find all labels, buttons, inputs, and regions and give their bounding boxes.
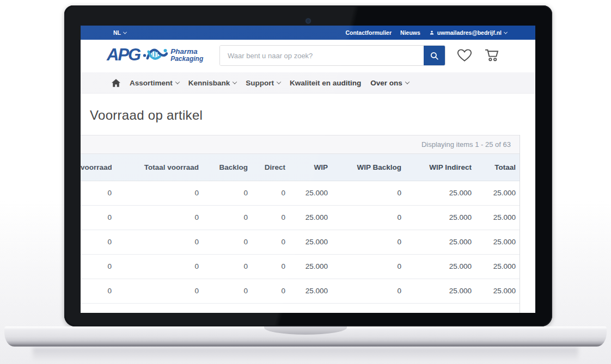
table-row[interactable]: 000025.000025.00025.000 (81, 303, 520, 313)
table-row[interactable]: 000025.000025.00025.000 (81, 181, 520, 205)
table-cell: 0 (81, 230, 112, 254)
cart-button[interactable] (484, 47, 500, 63)
page-title: Voorraad op artikel (90, 107, 535, 124)
language-selector[interactable]: NL (113, 29, 126, 36)
logo-tagline-line2: Packaging (170, 55, 203, 63)
nav-item-over-ons[interactable]: Over ons (370, 79, 409, 87)
inventory-table: Displaying items 1 - 25 of 63 voorraadTo… (81, 135, 520, 313)
nav-item-support[interactable]: Support (246, 79, 280, 87)
table-header-row: voorraadTotaal voorraadBacklogDirectWIPW… (81, 154, 520, 181)
wishlist-heart-button[interactable] (456, 47, 473, 63)
table-cell: 0 (112, 303, 199, 313)
logo-brand-text: APG (107, 45, 140, 65)
column-header[interactable]: Direct (248, 154, 285, 181)
column-header[interactable]: WIP Backlog (328, 154, 401, 181)
pagination-status: Displaying items 1 - 25 of 63 (81, 135, 520, 154)
laptop-lid-notch (264, 326, 347, 335)
table-cell: 25.000 (285, 230, 328, 254)
account-menu[interactable]: uwmailadres@bedrijf.nl (429, 29, 507, 36)
topbar: NL Contactformulier Nieuws uwmailadres@b… (81, 26, 535, 40)
table-cell: 0 (248, 205, 285, 230)
contact-link[interactable]: Contactformulier (345, 29, 392, 36)
laptop-lid: NL Contactformulier Nieuws uwmailadres@b… (64, 5, 552, 326)
news-link[interactable]: Nieuws (400, 29, 420, 36)
table-cell: 0 (199, 254, 248, 279)
logo[interactable]: APG Pharma Packaging (107, 45, 203, 65)
nav-item-assortiment[interactable]: Assortiment (130, 79, 179, 87)
nav-item-label: Kennisbank (188, 79, 230, 87)
table-cell: 0 (328, 205, 401, 230)
table-cell: 25.000 (472, 205, 520, 230)
column-header[interactable]: voorraad (81, 154, 112, 181)
table-cell: 0 (81, 254, 112, 279)
table-cell: 0 (112, 230, 199, 254)
table-cell: 0 (248, 230, 285, 254)
column-header[interactable]: WIP (285, 154, 328, 181)
header-icons (456, 47, 500, 63)
table-cell: 0 (81, 303, 112, 313)
table-row[interactable]: 000025.000025.00025.000 (81, 254, 520, 279)
table-cell: 0 (199, 205, 248, 230)
table-cell: 0 (328, 279, 401, 303)
nav-item-label: Over ons (370, 79, 402, 87)
table-cell: 25.000 (401, 205, 472, 230)
table-cell: 0 (112, 205, 199, 230)
main-nav: AssortimentKennisbankSupportKwaliteit en… (81, 72, 535, 94)
table-cell: 25.000 (285, 205, 328, 230)
chevron-down-icon (405, 79, 410, 84)
chevron-down-icon (123, 30, 127, 34)
nav-item-label: Kwaliteit en auditing (290, 79, 361, 87)
search-button[interactable] (424, 46, 445, 65)
chevron-down-icon (504, 30, 508, 34)
logo-tagline: Pharma Packaging (170, 48, 203, 63)
table-cell: 25.000 (401, 279, 472, 303)
table-cell: 0 (81, 279, 112, 303)
table-cell: 0 (112, 279, 199, 303)
nav-item-label: Assortiment (130, 79, 173, 87)
account-email: uwmailadres@bedrijf.nl (437, 29, 502, 36)
table-cell: 25.000 (401, 181, 472, 205)
table-row[interactable]: 000025.000025.00025.000 (81, 230, 520, 254)
dna-helix-icon (143, 45, 168, 65)
table-cell: 0 (328, 254, 401, 279)
column-header[interactable]: Totaal (472, 154, 520, 181)
table-cell: 25.000 (285, 254, 328, 279)
site-header: APG Pharma Packaging (81, 40, 535, 72)
table-cell: 25.000 (472, 181, 520, 205)
nav-item-kwaliteit-en-auditing[interactable]: Kwaliteit en auditing (290, 79, 361, 87)
table-cell: 0 (248, 303, 285, 313)
table-cell: 0 (248, 181, 285, 205)
chevron-down-icon (277, 79, 281, 84)
laptop-mockup: NL Contactformulier Nieuws uwmailadres@b… (0, 0, 611, 364)
table-cell: 0 (248, 279, 285, 303)
table-cell: 25.000 (401, 230, 472, 254)
table-cell: 25.000 (472, 303, 520, 313)
nav-item-label: Support (246, 79, 274, 87)
table-cell: 25.000 (472, 254, 520, 279)
table-cell: 0 (199, 181, 248, 205)
table-row[interactable]: 000025.000025.00025.000 (81, 279, 520, 303)
table-cell: 0 (328, 303, 401, 313)
table-cell: 25.000 (401, 254, 472, 279)
language-label: NL (113, 29, 121, 36)
table-cell: 25.000 (285, 303, 328, 313)
logo-tagline-line1: Pharma (170, 48, 203, 55)
table-row[interactable]: 000025.000025.00025.000 (81, 205, 520, 230)
column-header[interactable]: Backlog (199, 154, 248, 181)
webcam-icon (307, 19, 310, 23)
column-header[interactable]: WIP Indirect (401, 154, 472, 181)
stock-table: voorraadTotaal voorraadBacklogDirectWIPW… (81, 154, 520, 313)
table-cell: 0 (199, 230, 248, 254)
search-input[interactable] (220, 46, 424, 65)
chevron-down-icon (175, 79, 180, 84)
column-header[interactable]: Totaal voorraad (112, 154, 199, 181)
table-cell: 25.000 (401, 303, 472, 313)
table-cell: 0 (112, 254, 199, 279)
browser-screen: NL Contactformulier Nieuws uwmailadres@b… (81, 26, 535, 313)
nav-item-kennisbank[interactable]: Kennisbank (188, 79, 237, 87)
table-cell: 0 (112, 181, 199, 205)
table-cell: 25.000 (285, 181, 328, 205)
laptop-reflection (33, 348, 578, 362)
table-cell: 25.000 (472, 230, 520, 254)
home-button[interactable] (112, 79, 120, 87)
